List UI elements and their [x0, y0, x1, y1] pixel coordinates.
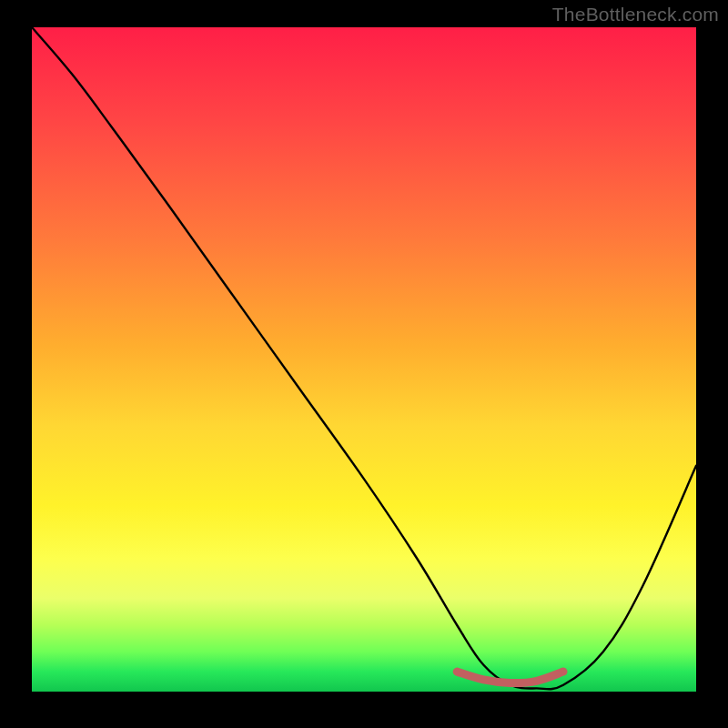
optimal-range-marker	[457, 672, 563, 683]
plot-area	[32, 27, 696, 692]
watermark-text: TheBottleneck.com	[552, 4, 719, 25]
curve-layer	[32, 27, 696, 692]
bottleneck-curve	[32, 27, 696, 689]
chart-frame: TheBottleneck.com	[0, 0, 728, 728]
